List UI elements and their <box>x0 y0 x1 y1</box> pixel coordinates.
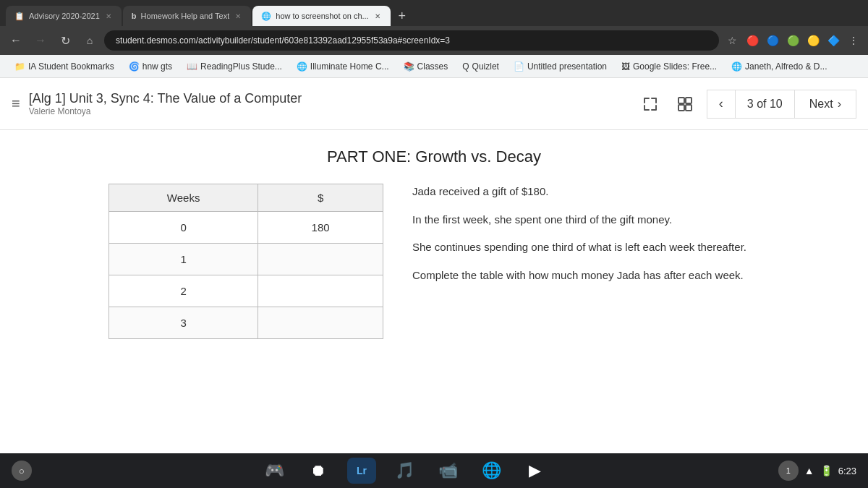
bookmark-label-janeth: Janeth, Alfredo & D... <box>745 61 827 72</box>
screen-counter: 3 of 10 <box>736 90 794 119</box>
forward-button[interactable]: → <box>30 30 51 51</box>
video-icon: 📹 <box>438 461 458 480</box>
star-button[interactable]: ☆ <box>723 32 741 49</box>
week-2: 2 <box>109 275 258 307</box>
bookmark-icon-untitled: 📄 <box>514 61 524 72</box>
hamburger-menu-icon[interactable]: ≡ <box>12 95 20 112</box>
bookmark-readingplus[interactable]: 📖 ReadingPlus Stude... <box>181 60 288 73</box>
extension-btn-4[interactable]: 🟡 <box>804 32 822 49</box>
reload-button[interactable]: ↻ <box>55 30 75 51</box>
tab-close-advisory[interactable]: ✕ <box>104 12 113 20</box>
battery-icon: 🔋 <box>820 465 833 476</box>
table-row: 3 <box>109 307 383 339</box>
week-1: 1 <box>109 244 258 275</box>
bookmark-untitled[interactable]: 📄 Untitled presentation <box>508 60 613 73</box>
value-2[interactable] <box>258 275 383 307</box>
browser-chrome: 📋 Advisory 2020-2021 ✕ b Homework Help a… <box>0 0 868 78</box>
menu-button[interactable]: ⋮ <box>845 32 862 49</box>
badge-number: 1 <box>786 466 791 475</box>
taskbar-video-btn[interactable]: 📹 <box>434 456 463 485</box>
bookmark-icon-janeth: 🌐 <box>731 61 742 72</box>
bookmark-icon-slides: 🖼 <box>621 61 630 72</box>
extension-btn-3[interactable]: 🟢 <box>784 32 801 49</box>
table-header-dollars: $ <box>258 184 383 212</box>
bookmark-icon-ia: 📁 <box>14 61 25 72</box>
address-input[interactable] <box>104 30 719 51</box>
svg-rect-3 <box>686 105 692 111</box>
tab-screenshot[interactable]: 🌐 how to screenshot on ch... ✕ <box>252 6 390 26</box>
text-block-2: In the first week, she spent one third o… <box>412 212 760 228</box>
bookmark-icon-illuminate: 🌐 <box>297 61 307 72</box>
extension-btn-1[interactable]: 🔴 <box>744 32 761 49</box>
activity-title-header: [Alg 1] Unit 3, Sync 4: The Value of a C… <box>29 91 629 106</box>
bookmark-quizlet[interactable]: Q Quizlet <box>456 60 505 73</box>
tab-close-screenshot[interactable]: ✕ <box>373 12 382 20</box>
tab-label-homework: Homework Help and Text <box>141 12 230 20</box>
bookmark-ia-student[interactable]: 📁 IA Student Bookmarks <box>9 60 120 73</box>
tab-label-advisory: Advisory 2020-2021 <box>29 12 100 20</box>
app-header: ≡ [Alg 1] Unit 3, Sync 4: The Value of a… <box>0 78 868 130</box>
taskbar-chrome-btn[interactable]: 🌐 <box>477 456 506 485</box>
tab-bar: 📋 Advisory 2020-2021 ✕ b Homework Help a… <box>0 0 868 26</box>
play-icon: ▶ <box>529 461 541 480</box>
lightroom-icon: Lr <box>357 465 367 476</box>
taskbar-number-badge: 1 <box>778 461 799 481</box>
bookmark-label-untitled: Untitled presentation <box>527 61 607 72</box>
bookmark-hnw[interactable]: 🌀 hnw gts <box>123 60 178 73</box>
bookmark-icon-hnw: 🌀 <box>129 61 140 72</box>
bookmark-illuminate[interactable]: 🌐 Illuminate Home C... <box>291 60 395 73</box>
activity-section-title: PART ONE: Growth vs. Decay <box>327 147 541 166</box>
tab-icon-advisory: 📋 <box>14 12 25 21</box>
text-block-3: She continues spending one third of what… <box>412 239 760 256</box>
taskbar-left: ○ <box>12 461 32 481</box>
back-button[interactable]: ← <box>6 30 26 51</box>
next-label: Next <box>809 98 833 111</box>
next-arrow-icon: › <box>838 98 841 111</box>
taskbar-game-btn[interactable]: 🎮 <box>260 456 289 485</box>
teacher-name: Valerie Montoya <box>29 106 629 116</box>
chrome-icon: 🌐 <box>482 461 501 480</box>
next-screen-button[interactable]: Next › <box>794 90 856 119</box>
home-button[interactable]: ⌂ <box>80 30 100 51</box>
bookmark-icon-quizlet: Q <box>462 61 469 72</box>
prev-screen-button[interactable]: ‹ <box>707 90 736 119</box>
value-3[interactable] <box>258 307 383 339</box>
taskbar-right: 1 ▲ 🔋 6:23 <box>778 461 856 481</box>
header-icons <box>637 91 698 117</box>
taskbar-lr-btn[interactable]: Lr <box>347 458 376 484</box>
new-tab-button[interactable]: + <box>392 6 412 26</box>
table-row: 0 180 <box>109 212 383 244</box>
taskbar-music-btn[interactable]: 🎵 <box>391 456 420 485</box>
expand-icon[interactable] <box>637 91 663 117</box>
week-0: 0 <box>109 212 258 244</box>
svg-rect-0 <box>678 98 684 103</box>
bookmark-google-slides[interactable]: 🖼 Google Slides: Free... <box>616 60 723 73</box>
taskbar-circle-button[interactable]: ○ <box>12 461 32 481</box>
tab-icon-homework: b <box>132 12 137 20</box>
extension-btn-5[interactable]: 🔷 <box>825 32 842 49</box>
bookmark-label-classes: Classes <box>417 61 448 72</box>
wifi-icon: ▲ <box>804 465 814 476</box>
value-1[interactable] <box>258 244 383 275</box>
game-icon: 🎮 <box>265 461 284 480</box>
taskbar-record-btn[interactable]: ⏺ <box>304 456 333 485</box>
value-0[interactable]: 180 <box>258 212 383 244</box>
table-header-weeks: Weeks <box>109 184 258 212</box>
bookmark-icon-classes: 📚 <box>404 61 414 72</box>
taskbar-play-btn[interactable]: ▶ <box>521 456 550 485</box>
table-container: Weeks $ 0 180 1 2 <box>109 184 383 339</box>
extension-btn-2[interactable]: 🔵 <box>764 32 781 49</box>
tab-advisory[interactable]: 📋 Advisory 2020-2021 ✕ <box>6 6 122 26</box>
bookmark-label-slides: Google Slides: Free... <box>633 61 717 72</box>
tab-close-homework[interactable]: ✕ <box>234 12 242 20</box>
bookmark-classes[interactable]: 📚 Classes <box>398 60 454 73</box>
svg-rect-2 <box>678 105 684 111</box>
tab-homework[interactable]: b Homework Help and Text ✕ <box>123 6 251 26</box>
bookmark-janeth[interactable]: 🌐 Janeth, Alfredo & D... <box>726 60 833 73</box>
bookmark-label-quizlet: Quizlet <box>472 61 499 72</box>
tab-icon-screenshot: 🌐 <box>261 12 271 21</box>
bookmark-icon-reading: 📖 <box>187 61 197 72</box>
address-bar: ← → ↻ ⌂ ☆ 🔴 🔵 🟢 🟡 🔷 ⋮ <box>0 26 868 55</box>
content-area: Weeks $ 0 180 1 2 <box>109 184 760 339</box>
grid-icon[interactable] <box>672 91 698 117</box>
